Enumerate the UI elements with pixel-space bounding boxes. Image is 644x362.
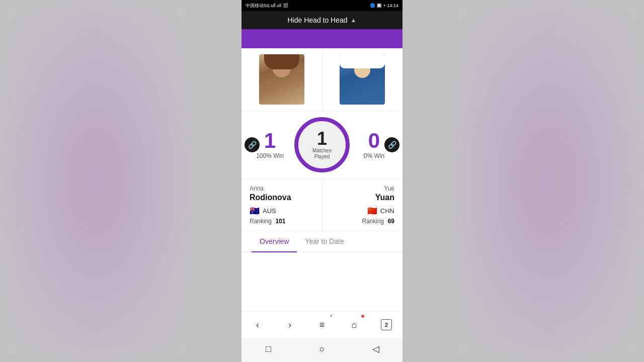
header[interactable]: Hide Head to Head ▲ (242, 11, 403, 29)
home-notification-dot (361, 315, 364, 318)
player2-link-icon[interactable]: 🔗 (384, 137, 399, 152)
player2-flag-row: 🇨🇳 CHN (331, 206, 395, 216)
status-right: 🔵 🔲 + 14:14 (370, 3, 398, 8)
nav-row-top: ‹ › ≡ ✓ ⌂ 2 (242, 312, 403, 338)
player2-win-percent: 0% Win (350, 152, 398, 159)
player-info-row: Arina Rodionova 🇦🇺 AUS Ranking 101 Yue Y… (242, 179, 403, 231)
chevron-up-icon: ▲ (351, 17, 357, 24)
android-square-button[interactable]: □ (259, 340, 277, 358)
player1-avatar (259, 54, 304, 105)
player1-flag: 🇦🇺 (250, 206, 260, 216)
player1-photo-container (242, 48, 323, 111)
stats-row: 🔗 1 100% Win 1 MatchesPlayed 0 0% Win 🔗 (242, 111, 403, 179)
tab-year-to-date[interactable]: Year to Date (297, 231, 352, 252)
check-mark-icon: ✓ (330, 314, 333, 318)
player1-info: Arina Rodionova 🇦🇺 AUS Ranking 101 (242, 179, 323, 231)
nav-row-bottom: □ ○ ◁ (242, 338, 403, 362)
player2-ranking: Ranking 69 (331, 218, 395, 225)
bottom-nav: ‹ › ≡ ✓ ⌂ 2 □ ○ ◁ (242, 311, 403, 362)
player2-avatar (340, 54, 385, 105)
badge-count: 2 (381, 319, 392, 330)
hide-head-to-head-label: Hide Head to Head (288, 16, 348, 24)
hamburger-icon: ≡ (319, 320, 325, 330)
menu-button[interactable]: ≡ ✓ (313, 316, 331, 334)
home-icon: ⌂ (352, 320, 357, 330)
back-button[interactable]: ‹ (249, 316, 267, 334)
player1-ranking-number: 101 (275, 218, 285, 225)
forward-button[interactable]: › (281, 316, 299, 334)
player2-info: Yue Yuan 🇨🇳 CHN Ranking 69 (323, 179, 403, 231)
player2-ranking-number: 69 (388, 218, 394, 225)
purple-banner (242, 29, 403, 48)
player1-win-percent: 100% Win (246, 152, 294, 159)
player-photos-row (242, 48, 403, 111)
android-back-button[interactable]: ◁ (367, 340, 385, 358)
player1-ranking: Ranking 101 (250, 218, 314, 225)
player2-first-name: Yue (331, 185, 395, 192)
player1-country: AUS (263, 207, 276, 215)
matches-label: MatchesPlayed (312, 148, 332, 160)
badge-button[interactable]: 2 (377, 316, 395, 334)
android-circle-button[interactable]: ○ (313, 340, 331, 358)
matches-count: 1 (317, 130, 327, 148)
matches-played-circle: 1 MatchesPlayed (294, 117, 350, 172)
tab-overview[interactable]: Overview (252, 231, 297, 252)
player1-link-icon[interactable]: 🔗 (245, 137, 260, 152)
home-button[interactable]: ⌂ (345, 316, 363, 334)
player1-first-name: Arina (250, 185, 314, 192)
player1-flag-row: 🇦🇺 AUS (250, 206, 314, 216)
status-left: 中国移动5G ull ull 🎬 (246, 3, 288, 9)
tabs-row: Overview Year to Date (242, 231, 403, 252)
status-bar: 中国移动5G ull ull 🎬 🔵 🔲 + 14:14 (242, 0, 403, 11)
player2-photo-container (323, 48, 403, 111)
player1-last-name: Rodionova (250, 193, 314, 202)
player2-country: CHN (380, 207, 394, 215)
player2-last-name: Yuan (331, 193, 395, 202)
player2-flag: 🇨🇳 (367, 206, 377, 216)
phone-container: 中国移动5G ull ull 🎬 🔵 🔲 + 14:14 Hide Head t… (242, 0, 403, 362)
